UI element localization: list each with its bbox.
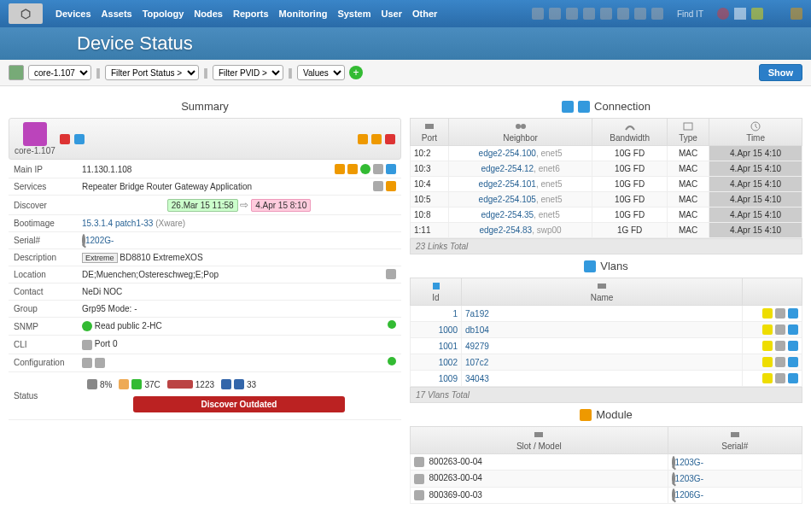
neighbor-link[interactable]: edge2-254.101 (479, 179, 536, 189)
vlan-name-link[interactable]: 49279 (465, 342, 489, 351)
toolbar-icon[interactable] (617, 8, 629, 20)
warning-icon[interactable] (791, 8, 802, 20)
print-icon[interactable] (734, 8, 746, 20)
serial-link[interactable]: 1203G- (675, 458, 703, 467)
box-icon[interactable] (373, 181, 383, 191)
vlan-id-link[interactable]: 1002 (439, 358, 458, 367)
type-cell: MAC (667, 208, 709, 223)
nav-nodes[interactable]: Nodes (194, 9, 223, 19)
action-icon[interactable] (788, 324, 798, 335)
link-icon[interactable] (386, 164, 396, 174)
delete-icon[interactable] (385, 134, 395, 144)
action-icon[interactable] (788, 357, 798, 367)
lock-icon[interactable] (371, 134, 382, 144)
serial-link[interactable]: 1202G- (85, 236, 114, 245)
col-time[interactable]: Time (709, 119, 802, 146)
nav-monitoring[interactable]: Monitoring (279, 9, 328, 19)
search-icon[interactable] (672, 488, 675, 501)
edit-icon[interactable] (74, 134, 85, 144)
toolbar-icon[interactable] (532, 8, 544, 20)
toolbar-icon[interactable] (600, 8, 612, 20)
action-icon[interactable] (788, 341, 798, 351)
filter-pvid[interactable]: Filter PVID > (213, 65, 283, 80)
nav-user[interactable]: User (382, 9, 402, 19)
tool-icon[interactable] (562, 101, 574, 113)
toolbar-icon[interactable] (549, 8, 561, 20)
neighbor-link[interactable]: edge2-254.35 (481, 210, 534, 219)
col-id[interactable]: Id (411, 278, 462, 306)
neighbor-link[interactable]: edge2-254.12 (481, 164, 534, 173)
action-icon[interactable] (788, 308, 798, 319)
filter-values[interactable]: Values (297, 65, 345, 80)
cfg-icon[interactable] (95, 358, 105, 368)
vlan-name-cell: 7a192 (462, 306, 743, 322)
col-serial[interactable]: Serial# (668, 427, 802, 454)
search-icon[interactable] (672, 456, 675, 469)
summary-title: Summary (9, 95, 401, 118)
col-slot[interactable]: Slot / Model (411, 427, 668, 454)
action-icon[interactable] (762, 357, 773, 367)
col-type[interactable]: Type (667, 119, 709, 146)
nav-assets[interactable]: Assets (102, 9, 132, 19)
action-icon[interactable] (762, 341, 773, 351)
nav-right: Find IT (532, 8, 802, 20)
col-name[interactable]: Name (462, 278, 743, 306)
find-it-link[interactable]: Find IT (677, 9, 703, 19)
action-icon[interactable] (775, 373, 785, 383)
action-icon[interactable] (60, 134, 70, 144)
map-icon[interactable] (386, 269, 396, 279)
action-icon[interactable] (762, 324, 773, 335)
action-icon[interactable] (762, 308, 773, 319)
toolbar-icon[interactable] (566, 8, 578, 20)
briefcase-icon[interactable] (386, 181, 396, 191)
vlan-name-link[interactable]: 7a192 (465, 309, 489, 319)
col-port[interactable]: Port (411, 119, 449, 146)
ruler-icon[interactable] (358, 134, 368, 144)
earth-icon[interactable] (373, 164, 383, 174)
neighbor-link[interactable]: edge2-254.100 (479, 149, 536, 158)
action-icon[interactable] (775, 341, 785, 351)
search-icon[interactable] (672, 472, 675, 485)
lock-icon[interactable] (335, 164, 345, 174)
vlan-id-link[interactable]: 1009 (439, 374, 458, 383)
serial-link[interactable]: 1203G- (675, 474, 703, 483)
cfg-icon[interactable] (82, 358, 92, 368)
vlan-actions-cell (743, 371, 802, 387)
folder-icon[interactable] (751, 8, 763, 20)
globe-icon[interactable] (360, 164, 370, 174)
device-select[interactable]: core-1.107 (28, 65, 91, 80)
logo-icon[interactable]: ⬡ (9, 3, 43, 24)
col-neighbor[interactable]: Neighbor (448, 119, 592, 146)
vlan-id-link[interactable]: 1 (452, 309, 458, 319)
action-icon[interactable] (788, 373, 798, 383)
vlan-name-link[interactable]: 107c2 (465, 358, 488, 367)
vlan-id-link[interactable]: 1001 (439, 342, 458, 351)
device-icon[interactable] (9, 65, 24, 80)
col-bandwidth[interactable]: Bandwidth (592, 119, 668, 146)
shield-icon[interactable] (347, 164, 358, 174)
add-filter-button[interactable]: + (349, 66, 363, 79)
toolbar-icon[interactable] (651, 8, 663, 20)
show-button[interactable]: Show (759, 64, 802, 81)
nav-devices[interactable]: Devices (55, 9, 91, 19)
filter-port-status[interactable]: Filter Port Status > (105, 65, 199, 80)
action-icon[interactable] (775, 308, 785, 319)
nav-system[interactable]: System (337, 9, 370, 19)
vlan-id-link[interactable]: 1000 (439, 325, 458, 335)
nav-topology[interactable]: Topology (143, 9, 184, 19)
neighbor-link[interactable]: edge2-254.83 (479, 225, 532, 235)
action-icon[interactable] (775, 357, 785, 367)
action-icon[interactable] (775, 324, 785, 335)
nav-other[interactable]: Other (412, 9, 437, 19)
vlan-name-link[interactable]: 34043 (465, 374, 489, 383)
toolbar-icon[interactable] (634, 8, 646, 20)
help-icon[interactable] (717, 8, 729, 20)
serial-link[interactable]: 1206G- (675, 490, 703, 500)
nav-reports[interactable]: Reports (233, 9, 269, 19)
vlan-name-link[interactable]: db104 (465, 325, 489, 335)
toolbar-icon[interactable] (583, 8, 595, 20)
action-icon[interactable] (762, 373, 773, 383)
neighbor-link[interactable]: edge2-254.105 (479, 195, 536, 204)
search-icon[interactable] (82, 234, 85, 247)
bootimage-link[interactable]: 15.3.1.4 patch1-33 (82, 219, 153, 228)
